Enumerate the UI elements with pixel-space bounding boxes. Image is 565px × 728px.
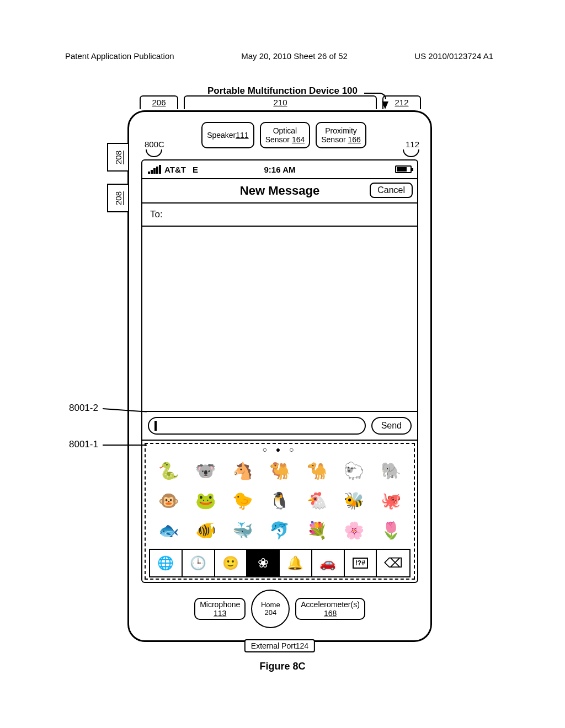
emoji-dolphin[interactable]: 🐬: [263, 518, 296, 542]
emoji-elephant[interactable]: 🐘: [375, 458, 407, 483]
ref-212: 212: [382, 95, 421, 109]
ref-800c: 800C: [145, 140, 164, 149]
category-objects[interactable]: 🔔: [280, 550, 312, 576]
device-frame: 208 208 800C 112 Speaker111 Optical Sens…: [127, 110, 432, 642]
to-field[interactable]: To:: [142, 204, 417, 227]
emoji-tulip[interactable]: 🌷: [375, 518, 407, 542]
emoji-camel-two[interactable]: 🐫: [263, 458, 296, 483]
ref-210: 210: [184, 95, 377, 109]
home-button[interactable]: Home 204: [251, 590, 290, 628]
signal-bars-icon: [148, 165, 161, 174]
emoji-frog[interactable]: 🐸: [189, 488, 222, 512]
category-nature[interactable]: ❀: [247, 550, 280, 576]
page-title: New Message: [240, 184, 319, 198]
callout-line-8001-1: [103, 445, 147, 446]
curve-112: [403, 149, 419, 157]
speaker-label: Speaker: [207, 131, 236, 140]
accelerometer-box: Accelerometer(s) 168: [295, 598, 365, 620]
emoji-horse[interactable]: 🐴: [226, 458, 259, 483]
prox-l1: Proximity: [321, 126, 361, 135]
ext-port-ref: 124: [296, 641, 308, 650]
top-ref-tabs: 206 210 212: [140, 95, 421, 109]
page-indicator[interactable]: ○ ● ○: [147, 444, 413, 456]
patent-header: Patent Application Publication May 20, 2…: [65, 51, 493, 61]
emoji-chick[interactable]: 🐤: [226, 488, 259, 512]
emoji-monkey[interactable]: 🐵: [152, 488, 185, 512]
message-input[interactable]: [148, 417, 366, 435]
accel-ref: 168: [301, 609, 360, 618]
send-button[interactable]: Send: [371, 417, 412, 435]
status-bar: AT&T E 9:16 AM: [142, 160, 417, 179]
compose-row: Send: [142, 411, 417, 440]
ref-208-a: 208: [107, 143, 129, 172]
emoji-fish[interactable]: 🐟: [152, 518, 185, 542]
emoji-grid: 🐍 🐨 🐴 🐫 🐪 🐑 🐘 🐵 🐸 🐤 🐧 🐔 🐝 🐙 🐟 🐠 🐳 🐬: [147, 456, 413, 547]
figure-label: Figure 8C: [0, 661, 565, 672]
external-port-box: External Port124: [244, 639, 315, 652]
home-ref: 204: [264, 609, 276, 617]
ref-208-b: 208: [107, 184, 129, 212]
optical-ref: 164: [292, 135, 305, 144]
category-faces[interactable]: 🙂: [215, 550, 248, 576]
emoji-category-bar: 🌐 🕒 🙂 ❀ 🔔 🚗 !?# ⌫: [149, 549, 411, 577]
emoji-bouquet[interactable]: 💐: [301, 518, 333, 542]
home-label: Home: [261, 601, 280, 609]
emoji-cherry-blossom[interactable]: 🌸: [338, 518, 370, 542]
header-left: Patent Application Publication: [65, 51, 174, 61]
mic-label: Microphone: [200, 600, 240, 609]
proximity-sensor-box: Proximity Sensor 166: [316, 122, 366, 148]
category-symbols[interactable]: !?#: [345, 550, 377, 576]
category-recent[interactable]: 🕒: [183, 550, 215, 576]
microphone-box: Microphone 113: [194, 598, 246, 620]
emoji-bee[interactable]: 🐝: [338, 488, 370, 512]
speaker-box: Speaker111: [201, 122, 254, 148]
nav-bar: New Message Cancel: [142, 179, 417, 204]
speaker-ref: 111: [236, 131, 248, 140]
network-label: E: [193, 165, 198, 174]
cancel-button[interactable]: Cancel: [370, 183, 413, 198]
mic-ref: 113: [200, 609, 240, 618]
carrier-label: AT&T: [164, 165, 186, 174]
header-right: US 2010/0123724 A1: [414, 51, 493, 61]
hardware-top-row: Speaker111 Optical Sensor 164 Proximity …: [170, 122, 397, 148]
callout-8001-2: 8001-2: [69, 403, 98, 414]
text-cursor: [154, 421, 157, 431]
ref-206: 206: [140, 95, 178, 109]
battery-icon: [395, 165, 412, 173]
emoji-sheep[interactable]: 🐑: [338, 458, 370, 483]
emoji-whale[interactable]: 🐳: [226, 518, 259, 542]
optical-sensor-box: Optical Sensor 164: [260, 122, 311, 148]
emoji-tropical-fish[interactable]: 🐠: [189, 518, 222, 542]
backspace-key[interactable]: ⌫: [377, 550, 409, 576]
category-globe[interactable]: 🌐: [150, 550, 183, 576]
category-places[interactable]: 🚗: [312, 550, 345, 576]
emoji-penguin[interactable]: 🐧: [263, 488, 296, 512]
ref-112: 112: [406, 140, 419, 149]
emoji-chicken[interactable]: 🐔: [301, 488, 333, 512]
to-label: To:: [150, 209, 163, 220]
ext-port-label: External Port: [251, 641, 296, 650]
touchscreen: AT&T E 9:16 AM New Message Cancel To: Se…: [141, 159, 418, 583]
callout-8001-1: 8001-1: [69, 439, 98, 450]
header-center: May 20, 2010 Sheet 26 of 52: [241, 51, 348, 61]
symbols-box: !?#: [353, 558, 368, 569]
message-body-area[interactable]: [142, 227, 417, 411]
clock-label: 9:16 AM: [264, 165, 296, 174]
curve-800c: [146, 149, 162, 157]
prox-l2: Sensor: [321, 135, 348, 144]
emoji-snake[interactable]: 🐍: [152, 458, 185, 483]
emoji-camel[interactable]: 🐪: [301, 458, 333, 483]
emoji-octopus[interactable]: 🐙: [375, 488, 407, 512]
emoji-keyboard: ○ ● ○ 🐍 🐨 🐴 🐫 🐪 🐑 🐘 🐵 🐸 🐤 🐧 🐔 🐝 🐙 🐟 🐠 �: [142, 440, 417, 582]
accel-label: Accelerometer(s): [301, 600, 360, 609]
device-title: Portable Multifunction Device 100: [0, 85, 565, 97]
hardware-bottom-row: Microphone 113 Home 204 Accelerometer(s)…: [129, 590, 430, 628]
prox-ref: 166: [348, 135, 361, 144]
optical-l1: Optical: [265, 126, 305, 135]
optical-l2: Sensor: [265, 135, 292, 144]
emoji-koala[interactable]: 🐨: [189, 458, 222, 483]
